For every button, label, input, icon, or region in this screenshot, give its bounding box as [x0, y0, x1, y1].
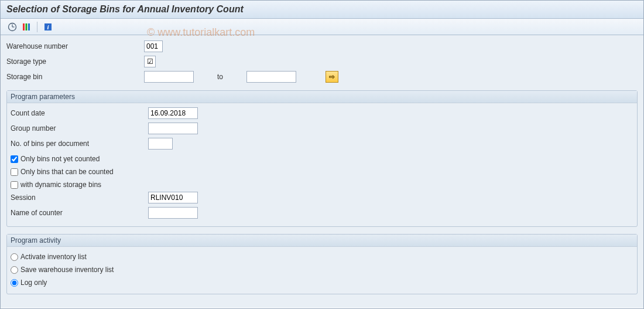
storage-bin-from-input[interactable]	[144, 71, 194, 83]
variant-icon[interactable]	[20, 21, 32, 33]
bins-per-doc-label: No. of bins per document	[11, 140, 148, 148]
group-number-label: Group number	[11, 124, 148, 133]
with-dynamic-bins-checkbox[interactable]	[11, 181, 18, 189]
svg-rect-5	[28, 23, 30, 30]
group-number-input[interactable]	[148, 123, 198, 134]
only-bins-not-counted-label: Only bins not yet counted	[20, 155, 100, 163]
only-bins-can-be-counted-checkbox[interactable]	[11, 168, 18, 176]
multiple-selection-icon[interactable]: ⇨	[326, 71, 338, 83]
log-only-radio[interactable]	[11, 279, 18, 287]
program-activity-title: Program activity	[7, 235, 637, 247]
storage-bin-to-input[interactable]	[246, 71, 296, 83]
save-warehouse-label: Save warehouse inventory list	[20, 266, 114, 274]
warehouse-number-label: Warehouse number	[6, 42, 144, 50]
storage-bin-label: Storage bin	[6, 73, 144, 81]
name-of-counter-input[interactable]	[148, 207, 198, 219]
storage-type-matchcode[interactable]: ☑	[144, 56, 156, 67]
with-dynamic-bins-label: with dynamic storage bins	[20, 181, 101, 189]
page-title: Selection of Storage Bins for Annual Inv…	[1, 1, 643, 19]
activate-inventory-label: Activate inventory list	[20, 253, 87, 261]
save-warehouse-radio[interactable]	[11, 266, 18, 274]
count-date-input[interactable]	[148, 107, 198, 119]
name-of-counter-label: Name of counter	[11, 209, 148, 217]
only-bins-can-be-counted-label: Only bins that can be counted	[20, 168, 114, 176]
session-input[interactable]	[148, 192, 198, 203]
warehouse-number-input[interactable]	[144, 40, 163, 52]
info-icon[interactable]: i	[42, 21, 54, 33]
svg-rect-4	[26, 23, 28, 30]
program-activity-group: Program activity Activate inventory list…	[6, 234, 638, 294]
range-to-label: to	[217, 73, 223, 81]
svg-rect-3	[23, 23, 25, 30]
program-parameters-title: Program parameters	[7, 91, 637, 103]
toolbar-separator	[37, 22, 37, 32]
log-only-label: Log only	[20, 279, 47, 287]
activate-inventory-radio[interactable]	[11, 253, 18, 261]
execute-icon[interactable]	[6, 21, 18, 33]
count-date-label: Count date	[11, 109, 148, 117]
bins-per-doc-input[interactable]	[148, 138, 173, 150]
only-bins-not-counted-checkbox[interactable]	[11, 155, 18, 163]
storage-type-label: Storage type	[6, 57, 144, 66]
content-area: Warehouse number Storage type ☑ Storage …	[1, 35, 643, 308]
session-label: Session	[11, 193, 148, 202]
program-parameters-group: Program parameters Count date Group numb…	[6, 90, 638, 227]
toolbar: i	[1, 19, 643, 35]
